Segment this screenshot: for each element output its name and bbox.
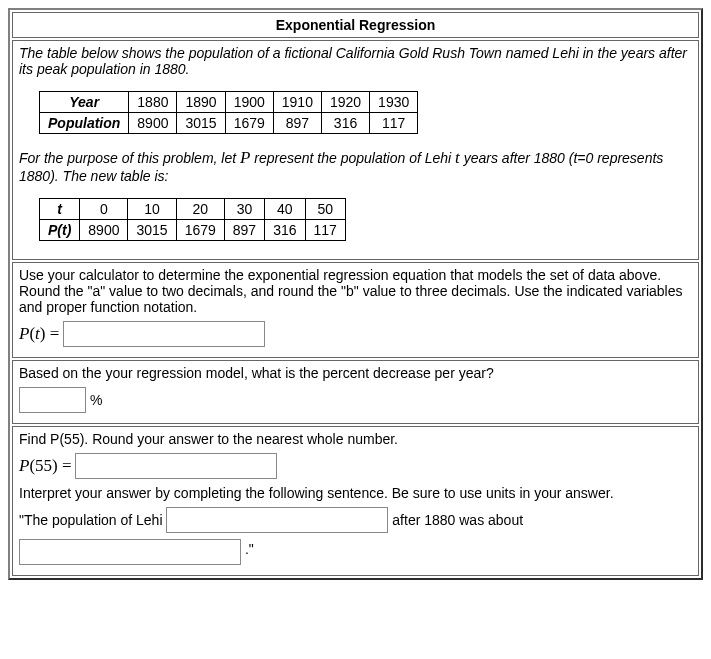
intro-text-1: The table below shows the population of … <box>19 45 687 77</box>
table2-pt: 1679 <box>176 220 224 241</box>
question-2-cell: Based on the your regression model, what… <box>12 360 699 424</box>
q3-prompt: Find P(55). Round your answer to the nea… <box>19 431 398 447</box>
q2-prompt: Based on the your regression model, what… <box>19 365 494 381</box>
table2-pt: 8900 <box>80 220 128 241</box>
table1-pop: 117 <box>370 113 418 134</box>
table1-pop: 316 <box>321 113 369 134</box>
q3-label-eq: (55) = <box>29 456 71 476</box>
table2-row2-label: P(t) <box>40 220 80 241</box>
intro-text-2a: For the purpose of this problem, let <box>19 150 240 166</box>
population-about-input[interactable] <box>19 539 241 565</box>
percent-unit: % <box>90 392 102 408</box>
table2-pt: 316 <box>265 220 305 241</box>
intro-cell: The table below shows the population of … <box>12 40 699 260</box>
q1-label-eq: ) = <box>40 324 60 344</box>
q3-sentence-b: after 1880 was about <box>392 512 523 528</box>
table1-year: 1920 <box>321 92 369 113</box>
table1-pop: 1679 <box>225 113 273 134</box>
table2-t: 40 <box>265 199 305 220</box>
regression-equation-input[interactable] <box>63 321 265 347</box>
table1-year: 1890 <box>177 92 225 113</box>
problem-container: Exponential Regression The table below s… <box>8 8 703 580</box>
table2-t: 0 <box>80 199 128 220</box>
table1-row1-label: Year <box>40 92 129 113</box>
table2-t: 10 <box>128 199 176 220</box>
table1-row2-label: Population <box>40 113 129 134</box>
t-pt-table: t 0 10 20 30 40 50 P(t) 8900 3015 1679 8… <box>39 198 346 241</box>
percent-decrease-input[interactable] <box>19 387 86 413</box>
time-after-1880-input[interactable] <box>166 507 388 533</box>
table2-t: 30 <box>224 199 264 220</box>
table1-year: 1910 <box>273 92 321 113</box>
table2-pt: 3015 <box>128 220 176 241</box>
question-1-cell: Use your calculator to determine the exp… <box>12 262 699 358</box>
table2-pt: 117 <box>305 220 345 241</box>
page-title: Exponential Regression <box>12 12 699 38</box>
table1-year: 1900 <box>225 92 273 113</box>
q1-prompt: Use your calculator to determine the exp… <box>19 267 682 315</box>
var-P: P <box>240 148 250 167</box>
table1-pop: 3015 <box>177 113 225 134</box>
q3-interpret: Interpret your answer by completing the … <box>19 485 692 501</box>
table1-year: 1930 <box>370 92 418 113</box>
table1-pop: 8900 <box>129 113 177 134</box>
table2-t: 20 <box>176 199 224 220</box>
q3-sentence-c: ." <box>245 541 254 557</box>
intro-text-2b: represent the population of Lehi <box>250 150 455 166</box>
table1-pop: 897 <box>273 113 321 134</box>
table2-pt: 897 <box>224 220 264 241</box>
p55-input[interactable] <box>75 453 277 479</box>
q3-label-P: P <box>19 456 29 476</box>
table2-row1-label: t <box>40 199 80 220</box>
table1-year: 1880 <box>129 92 177 113</box>
q1-label-P: P <box>19 324 29 344</box>
q3-sentence-a: "The population of Lehi <box>19 512 163 528</box>
question-3-cell: Find P(55). Round your answer to the nea… <box>12 426 699 576</box>
table2-t: 50 <box>305 199 345 220</box>
year-population-table: Year 1880 1890 1900 1910 1920 1930 Popul… <box>39 91 418 134</box>
